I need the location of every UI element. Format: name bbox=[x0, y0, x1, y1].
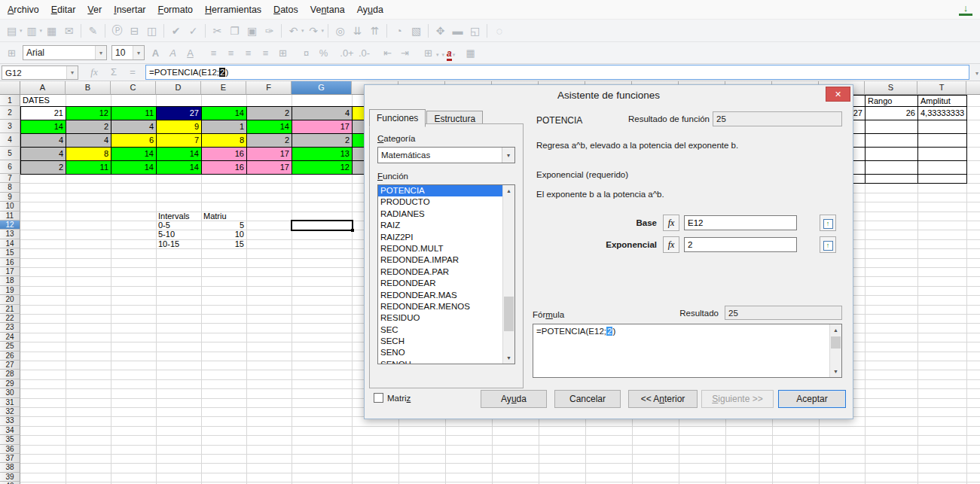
insert-image-icon[interactable]: ▧ bbox=[408, 23, 424, 38]
cell-S4[interactable] bbox=[865, 133, 918, 148]
cell-S7[interactable] bbox=[865, 174, 918, 184]
justify-icon[interactable]: ≡ bbox=[258, 45, 273, 61]
cell-G6[interactable]: 12 bbox=[292, 160, 353, 175]
underline-icon[interactable]: A bbox=[182, 45, 198, 61]
column-header-S[interactable]: S bbox=[865, 81, 917, 95]
decrease-indent-icon[interactable]: ⇤ bbox=[380, 45, 395, 61]
function-item-redondear.menos[interactable]: REDONDEAR.MENOS bbox=[378, 301, 514, 312]
redo-dropdown-icon[interactable]: ▾ bbox=[322, 28, 325, 34]
cell-D3[interactable]: 9 bbox=[156, 120, 202, 134]
menu-formato[interactable]: Formato bbox=[152, 2, 200, 18]
row-header-35[interactable]: 35 bbox=[0, 435, 20, 444]
cell-B6[interactable]: 11 bbox=[66, 160, 111, 175]
menu-datos[interactable]: Datos bbox=[267, 2, 304, 18]
cell-D2[interactable]: 27 bbox=[156, 106, 202, 120]
cell-C3[interactable]: 4 bbox=[111, 120, 157, 134]
row-header-13[interactable]: 13 bbox=[0, 230, 20, 239]
headers-and-footers-icon[interactable]: ▬ bbox=[450, 23, 466, 38]
cell-D13[interactable]: 5-10 bbox=[156, 230, 201, 239]
formula-scrollbar[interactable]: ▲ ▼ bbox=[829, 324, 841, 377]
function-item-potencia[interactable]: POTENCIA bbox=[378, 185, 514, 196]
cell-T5[interactable] bbox=[917, 147, 967, 161]
matriz-checkbox[interactable] bbox=[374, 393, 383, 403]
spelling-icon[interactable]: ✔ bbox=[168, 23, 184, 38]
cell-T7[interactable] bbox=[917, 174, 967, 184]
row-header-24[interactable]: 24 bbox=[0, 333, 20, 342]
row-header-31[interactable]: 31 bbox=[0, 398, 20, 407]
cell-A2[interactable]: 21 bbox=[20, 106, 66, 120]
next-button[interactable]: Siguiente >> bbox=[701, 390, 774, 408]
increase-indent-icon[interactable]: ⇥ bbox=[397, 45, 413, 61]
select-all-corner[interactable] bbox=[0, 81, 20, 95]
equals-icon[interactable]: = bbox=[125, 66, 140, 78]
auto-spellcheck-icon[interactable]: ✓ bbox=[185, 23, 201, 38]
edit-mode-icon[interactable]: ✎ bbox=[85, 23, 101, 38]
formula-bar-expand-icon[interactable]: ▾ bbox=[975, 70, 978, 77]
sum-icon[interactable]: Σ bbox=[106, 66, 121, 78]
print-icon[interactable]: ⊟ bbox=[127, 23, 142, 38]
cell-C2[interactable]: 11 bbox=[111, 106, 157, 120]
close-icon[interactable]: ✕ bbox=[826, 87, 850, 102]
align-left-icon[interactable]: ≡ bbox=[206, 45, 221, 61]
bold-icon[interactable]: A bbox=[148, 45, 163, 61]
add-decimal-icon[interactable]: .0+ bbox=[339, 45, 355, 61]
cell-A4[interactable]: 4 bbox=[20, 133, 66, 148]
formula-input[interactable]: =POTENCIA(E12;2) bbox=[145, 65, 969, 80]
menu-insertar[interactable]: Insertar bbox=[108, 2, 151, 18]
scroll-down-icon[interactable]: ▼ bbox=[503, 352, 514, 364]
zoom-icon[interactable]: ◌ bbox=[491, 23, 507, 38]
row-header-27[interactable]: 27 bbox=[0, 361, 20, 370]
row-header-32[interactable]: 32 bbox=[0, 407, 20, 416]
font-color-dropdown-icon[interactable]: ▾ bbox=[453, 52, 456, 57]
function-item-sec[interactable]: SEC bbox=[378, 324, 514, 336]
column-header-E[interactable]: E bbox=[201, 81, 246, 95]
cell-F4[interactable]: 2 bbox=[246, 133, 292, 148]
exponencial-input[interactable] bbox=[684, 237, 797, 252]
background-color-dropdown-icon[interactable]: ▾ bbox=[442, 52, 445, 57]
redo-icon[interactable]: ↷ bbox=[306, 23, 322, 38]
row-header-5[interactable]: 5 bbox=[0, 147, 20, 160]
undo-dropdown-icon[interactable]: ▾ bbox=[301, 28, 304, 34]
base-input[interactable] bbox=[684, 215, 797, 230]
cell-B3[interactable]: 2 bbox=[66, 120, 111, 134]
align-right-icon[interactable]: ≡ bbox=[240, 45, 256, 61]
italic-icon[interactable]: A bbox=[165, 45, 181, 61]
column-header-B[interactable]: B bbox=[66, 81, 111, 95]
cell-F3[interactable]: 14 bbox=[246, 120, 292, 134]
row-header-6[interactable]: 6 bbox=[0, 160, 20, 174]
copy-icon[interactable]: ❐ bbox=[227, 23, 243, 38]
function-item-radianes[interactable]: RADIANES bbox=[378, 209, 514, 220]
name-box-dropdown-icon[interactable]: ▾ bbox=[66, 66, 78, 79]
cell-T1[interactable]: Amplitut bbox=[917, 95, 967, 107]
column-header-G[interactable]: G bbox=[292, 81, 352, 95]
scrollbar-thumb[interactable] bbox=[504, 297, 514, 331]
cell-G2[interactable]: 4 bbox=[292, 106, 353, 120]
borders-dropdown-icon[interactable]: ▾ bbox=[436, 52, 439, 57]
cell-E6[interactable]: 16 bbox=[201, 160, 247, 175]
name-box[interactable]: G12 ▾ bbox=[2, 65, 78, 80]
sort-ascending-icon[interactable]: ⇊ bbox=[350, 23, 365, 38]
cell-D6[interactable]: 14 bbox=[156, 160, 202, 175]
row-header-7[interactable]: 7 bbox=[0, 174, 20, 183]
row-header-17[interactable]: 17 bbox=[0, 267, 20, 276]
function-list-scrollbar[interactable]: ▲ ▼ bbox=[502, 185, 514, 364]
row-header-4[interactable]: 4 bbox=[0, 133, 20, 147]
row-header-34[interactable]: 34 bbox=[0, 426, 20, 435]
borders-icon[interactable]: ⊞ bbox=[420, 45, 436, 61]
cell-G3[interactable]: 17 bbox=[292, 120, 353, 134]
row-header-29[interactable]: 29 bbox=[0, 379, 20, 388]
cell-E13[interactable]: 10 bbox=[201, 230, 246, 239]
tab-funciones[interactable]: Funciones bbox=[369, 109, 426, 127]
merge-cells-icon[interactable]: ⊞ bbox=[275, 45, 291, 61]
sort-descending-icon[interactable]: ⇈ bbox=[367, 23, 383, 38]
cell-S3[interactable] bbox=[865, 120, 918, 134]
cell-A1[interactable]: DATES bbox=[20, 95, 66, 106]
category-combo[interactable]: Matemáticas ▾ bbox=[377, 147, 515, 163]
fx-button-exponencial[interactable]: fx bbox=[663, 236, 679, 253]
cell-B4[interactable]: 4 bbox=[66, 133, 111, 148]
column-header-U[interactable]: U bbox=[966, 81, 980, 95]
delete-decimal-icon[interactable]: .0- bbox=[356, 45, 372, 61]
new-document-icon[interactable]: ▤ bbox=[4, 23, 20, 38]
menu-editar[interactable]: Editar bbox=[45, 2, 82, 18]
scroll-down-icon[interactable]: ▼ bbox=[830, 366, 841, 377]
